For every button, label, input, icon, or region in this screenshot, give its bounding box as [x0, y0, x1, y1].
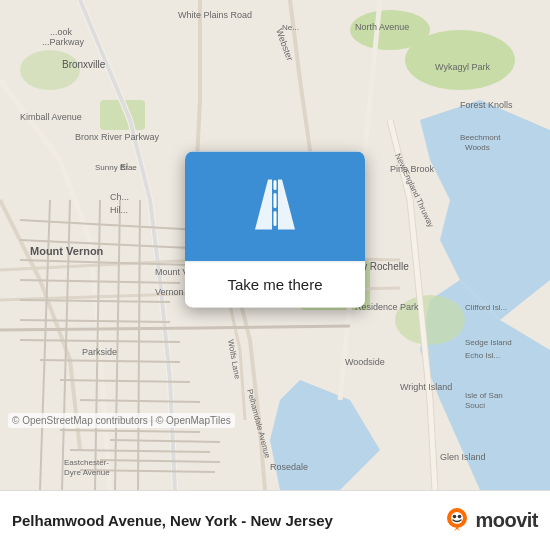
moovit-icon: [443, 507, 471, 535]
svg-text:Clifford Isl...: Clifford Isl...: [465, 303, 507, 312]
svg-text:Ne...: Ne...: [282, 23, 299, 32]
svg-point-9: [20, 50, 80, 90]
svg-text:Souci: Souci: [465, 401, 485, 410]
route-card: Take me there: [185, 151, 365, 307]
svg-text:Wright Island: Wright Island: [400, 382, 452, 392]
svg-text:North Avenue: North Avenue: [355, 22, 409, 32]
svg-text:Glen Island: Glen Island: [440, 452, 486, 462]
bottom-bar: Pelhamwood Avenue, New York - New Jersey…: [0, 490, 550, 550]
svg-text:Mount Vernon: Mount Vernon: [30, 245, 104, 257]
svg-text:Hil...: Hil...: [110, 205, 128, 215]
take-me-there-button[interactable]: Take me there: [185, 261, 365, 307]
svg-text:Bronxville: Bronxville: [62, 59, 106, 70]
svg-text:Rosedale: Rosedale: [270, 462, 308, 472]
svg-text:Echo Isl...: Echo Isl...: [465, 351, 500, 360]
map-attribution: © OpenStreetMap contributors | © OpenMap…: [8, 413, 235, 428]
svg-text:Dyre Avenue: Dyre Avenue: [64, 468, 110, 477]
svg-text:Woodside: Woodside: [345, 357, 385, 367]
map-area: Mount Vernon Mount Vernon East Vernon Pa…: [0, 0, 550, 490]
svg-text:White Plains Road: White Plains Road: [178, 10, 252, 20]
svg-point-77: [458, 514, 462, 518]
svg-text:...ook: ...ook: [50, 27, 73, 37]
svg-text:...Parkway: ...Parkway: [42, 37, 85, 47]
svg-text:Sedge Island: Sedge Island: [465, 338, 512, 347]
svg-text:Parkside: Parkside: [82, 347, 117, 357]
svg-text:Wykagyl Park: Wykagyl Park: [435, 62, 490, 72]
svg-text:Forest Knolls: Forest Knolls: [460, 100, 513, 110]
svg-text:Eastchester-: Eastchester-: [64, 458, 109, 467]
svg-text:Pine Brook: Pine Brook: [390, 164, 435, 174]
svg-point-76: [453, 514, 457, 518]
svg-text:Woods: Woods: [465, 143, 490, 152]
svg-text:Beechmont: Beechmont: [460, 133, 501, 142]
svg-text:Ch...: Ch...: [110, 192, 129, 202]
moovit-logo: moovit: [443, 507, 538, 535]
svg-text:Bronx River Parkway: Bronx River Parkway: [75, 132, 160, 142]
route-card-icon-area: [185, 151, 365, 261]
svg-text:Residence Park: Residence Park: [355, 302, 419, 312]
location-name: Pelhamwood Avenue, New York - New Jersey: [12, 512, 333, 529]
location-info: Pelhamwood Avenue, New York - New Jersey: [12, 512, 333, 529]
svg-text:Kimball Avenue: Kimball Avenue: [20, 112, 82, 122]
road-icon: [240, 169, 310, 243]
svg-text:El...: El...: [120, 162, 136, 172]
moovit-text: moovit: [475, 509, 538, 532]
svg-text:...e Plains Road: ...e Plains Road: [0, 249, 2, 305]
svg-text:Isle of San: Isle of San: [465, 391, 503, 400]
